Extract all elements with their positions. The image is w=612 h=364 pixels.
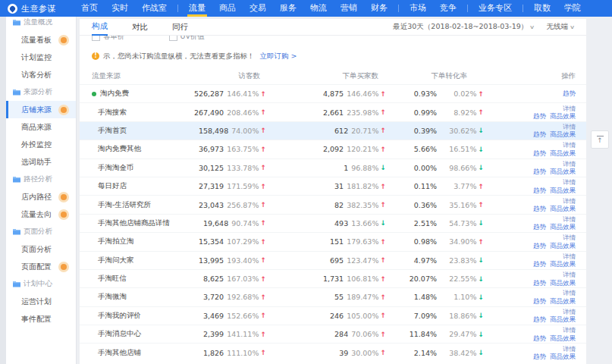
trend-link[interactable]: 趋势 [533,187,546,195]
app-window: 生意参谋 首页实时作战室流量商品交易服务物流营销财务市场竞争业务专区取数学院 流… [0,0,612,364]
actions-bottom-row: 趋势商品效果 [533,223,576,231]
main-area: 构成 对比 同行 最近30天（2018-02-18~2018-03-19） ∨ … [77,17,612,364]
detail-link[interactable]: 详情 [563,178,576,187]
detail-link[interactable]: 详情 [563,234,576,242]
trend-link[interactable]: 趋势 [533,279,546,287]
detail-link[interactable]: 详情 [563,141,576,149]
product-effect-link[interactable]: 商品效果 [550,223,576,231]
app-logo[interactable]: 生意参谋 [8,3,74,14]
nav-item-7[interactable]: 物流 [303,0,334,17]
product-effect-link[interactable]: 商品效果 [550,315,576,324]
product-effect-link[interactable]: 商品效果 [550,205,576,213]
sidebar-item-页面配置[interactable]: 页面配置 [6,258,76,275]
nav-item-9[interactable]: 财务 [364,0,394,17]
sidebar-item-访客分析[interactable]: 访客分析 [6,66,76,83]
metric-delta: 35.16% [449,201,476,209]
source-name-cell: 手淘搜索 [80,108,178,118]
sidebar-item-页面分析[interactable]: 页面分析 [6,240,76,258]
metric-delta: 13.66% [351,219,378,228]
column-header-actions: 操作 [484,71,586,81]
sidebar-item-运营计划[interactable]: 运营计划 [6,293,76,310]
metric-delta: 1.10% [454,293,476,301]
detail-link[interactable]: 详情 [563,105,576,113]
detail-link[interactable]: 详情 [563,345,576,353]
sidebar-item-店铺来源[interactable]: 店铺来源 [6,101,76,118]
metric-delta: 98.66% [449,164,476,172]
sidebar-item-选词助手[interactable]: 选词助手 [6,153,76,171]
trend-link[interactable]: 趋势 [563,89,576,98]
product-effect-link[interactable]: 商品效果 [550,112,576,121]
product-effect-link[interactable]: 商品效果 [550,260,576,268]
sidebar-item-外投监控[interactable]: 外投监控 [6,136,76,153]
detail-link[interactable]: 详情 [563,160,576,168]
nav-item-1[interactable]: 实时 [105,0,135,17]
product-effect-link[interactable]: 商品效果 [550,297,576,306]
metric-value: 0.99% [414,108,437,117]
back-to-top-button[interactable]: ↑ [591,130,609,149]
detail-link[interactable]: 详情 [563,326,576,334]
nav-item-3[interactable]: 流量 [182,0,212,17]
trend-link[interactable]: 趋势 [533,130,546,139]
detail-link[interactable]: 详情 [563,308,576,316]
date-range-picker[interactable]: 最近30天（2018-02-18~2018-03-19） ∨ [393,22,534,32]
sidebar-item-店内路径[interactable]: 店内路径 [6,188,76,206]
nav-item-4[interactable]: 商品 [212,0,243,17]
nav-item-11[interactable]: 竞争 [433,0,463,17]
trend-link[interactable]: 趋势 [533,112,546,121]
c2-cell: 196.88%↓ [266,164,386,172]
detail-link[interactable]: 详情 [563,289,576,297]
product-effect-link[interactable]: 商品效果 [550,187,576,195]
trend-link[interactable]: 趋势 [533,260,546,268]
nav-item-14[interactable]: 学院 [557,0,588,17]
checkbox-price-per-customer[interactable]: 客单价 [92,36,125,42]
folder-icon [13,19,20,26]
trend-link[interactable]: 趋势 [533,334,546,343]
detail-link[interactable]: 详情 [563,253,576,261]
trend-link[interactable]: 趋势 [533,149,546,158]
nav-item-5[interactable]: 交易 [243,0,273,17]
source-name: 手淘旺信 [98,274,127,284]
product-effect-link[interactable]: 商品效果 [550,149,576,158]
sidebar-group-header: 流量概况 [6,17,76,31]
product-effect-link[interactable]: 商品效果 [550,242,576,250]
c1-cell: 158,49874.00%↑ [178,127,266,135]
nav-item-12[interactable]: 业务专区 [472,0,519,17]
tab-peers[interactable]: 同行 [172,19,188,35]
nav-item-8[interactable]: 营销 [334,0,364,17]
source-name-cell: 手淘拍立淘 [80,237,178,246]
product-effect-link[interactable]: 商品效果 [550,334,576,343]
nav-item-0[interactable]: 首页 [74,0,105,17]
metric-value: 267,490 [194,108,224,117]
nav-item-2[interactable]: 作战室 [135,0,174,17]
nav-item-10[interactable]: 市场 [403,0,433,17]
trend-link[interactable]: 趋势 [533,297,546,306]
checkbox-uv-value[interactable]: UV价值 [169,36,205,42]
trend-link[interactable]: 趋势 [533,315,546,324]
trend-link[interactable]: 趋势 [533,205,546,213]
detail-link[interactable]: 详情 [563,215,576,224]
nav-item-6[interactable]: 服务 [273,0,303,17]
sidebar-item-流量看板[interactable]: 流量看板 [6,31,76,49]
trend-link[interactable]: 趋势 [533,242,546,250]
tab-composition[interactable]: 构成 [92,18,108,36]
sidebar-item-事件配置[interactable]: 事件配置 [6,310,76,328]
detail-link[interactable]: 详情 [563,197,576,206]
sidebar-item-计划监控[interactable]: 计划监控 [6,49,76,66]
column-header-buyers: 下单买家数 [266,71,386,81]
detail-link[interactable]: 详情 [563,123,576,131]
subscribe-now-link[interactable]: 立即订购 > [260,52,297,61]
nav-divider [467,5,468,12]
product-effect-link[interactable]: 商品效果 [550,168,576,176]
sidebar-item-流量去向[interactable]: 流量去向 [6,206,76,223]
trend-link[interactable]: 趋势 [533,223,546,231]
nav-item-13[interactable]: 取数 [527,0,557,17]
product-effect-link[interactable]: 商品效果 [550,279,576,287]
detail-link[interactable]: 详情 [563,271,576,279]
sidebar-item-商品来源[interactable]: 商品来源 [6,118,76,136]
trend-link[interactable]: 趋势 [533,168,546,176]
tab-compare[interactable]: 对比 [132,19,148,35]
product-effect-link[interactable]: 商品效果 [550,353,576,361]
trend-link[interactable]: 趋势 [533,353,546,361]
terminal-picker[interactable]: 无线端 ∨ [546,22,574,32]
product-effect-link[interactable]: 商品效果 [550,130,576,139]
